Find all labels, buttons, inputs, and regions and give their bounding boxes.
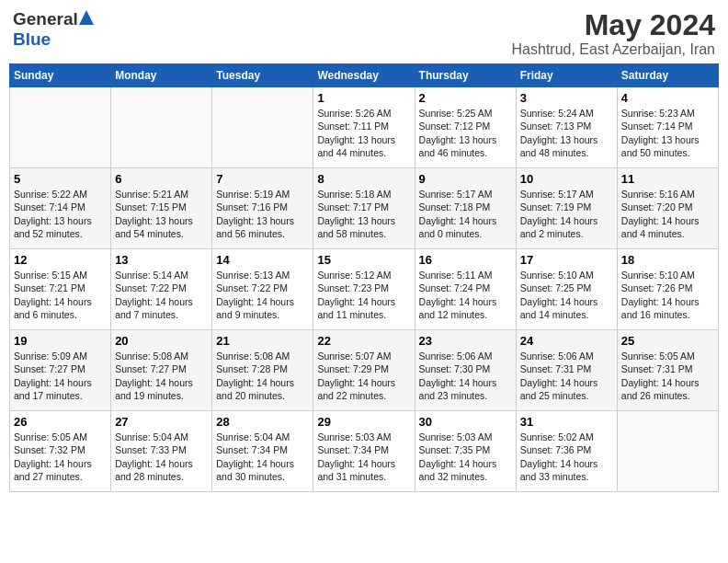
- day-info: Sunrise: 5:24 AMSunset: 7:13 PMDaylight:…: [520, 107, 613, 159]
- day-number: 18: [621, 253, 714, 267]
- week-row-1: 1Sunrise: 5:26 AMSunset: 7:11 PMDaylight…: [10, 87, 719, 168]
- calendar-cell: 28Sunrise: 5:04 AMSunset: 7:34 PMDayligh…: [212, 411, 313, 492]
- day-number: 8: [317, 172, 410, 186]
- weekday-header-tuesday: Tuesday: [212, 64, 313, 87]
- logo-triangle-icon: [78, 9, 95, 29]
- calendar-cell: 22Sunrise: 5:07 AMSunset: 7:29 PMDayligh…: [313, 330, 415, 411]
- day-info: Sunrise: 5:08 AMSunset: 7:27 PMDaylight:…: [115, 350, 208, 402]
- day-number: 14: [216, 253, 309, 267]
- day-info: Sunrise: 5:19 AMSunset: 7:16 PMDaylight:…: [216, 188, 309, 240]
- day-number: 13: [115, 253, 208, 267]
- day-number: 11: [621, 172, 714, 186]
- calendar-cell: 26Sunrise: 5:05 AMSunset: 7:32 PMDayligh…: [10, 411, 111, 492]
- day-number: 6: [115, 172, 208, 186]
- weekday-header-thursday: Thursday: [415, 64, 516, 87]
- calendar-cell: 9Sunrise: 5:17 AMSunset: 7:18 PMDaylight…: [415, 168, 516, 249]
- calendar-cell: 5Sunrise: 5:22 AMSunset: 7:14 PMDaylight…: [10, 168, 111, 249]
- calendar-cell: [111, 87, 212, 168]
- logo-general-text: General: [13, 9, 78, 29]
- day-number: 12: [14, 253, 107, 267]
- calendar-cell: 3Sunrise: 5:24 AMSunset: 7:13 PMDaylight…: [516, 87, 617, 168]
- calendar-cell: [212, 87, 313, 168]
- day-info: Sunrise: 5:23 AMSunset: 7:14 PMDaylight:…: [621, 107, 714, 159]
- svg-marker-0: [79, 10, 94, 25]
- day-info: Sunrise: 5:06 AMSunset: 7:31 PMDaylight:…: [520, 350, 613, 402]
- calendar-cell: 18Sunrise: 5:10 AMSunset: 7:26 PMDayligh…: [617, 249, 718, 330]
- day-info: Sunrise: 5:02 AMSunset: 7:36 PMDaylight:…: [520, 431, 613, 483]
- calendar-cell: 1Sunrise: 5:26 AMSunset: 7:11 PMDaylight…: [313, 87, 415, 168]
- location-title: Hashtrud, East Azerbaijan, Iran: [512, 41, 715, 58]
- day-number: 15: [317, 253, 410, 267]
- calendar-cell: 31Sunrise: 5:02 AMSunset: 7:36 PMDayligh…: [516, 411, 617, 492]
- calendar-cell: 4Sunrise: 5:23 AMSunset: 7:14 PMDaylight…: [617, 87, 718, 168]
- logo: General Blue: [13, 9, 95, 50]
- calendar-cell: 29Sunrise: 5:03 AMSunset: 7:34 PMDayligh…: [313, 411, 415, 492]
- day-info: Sunrise: 5:16 AMSunset: 7:20 PMDaylight:…: [621, 188, 714, 240]
- day-info: Sunrise: 5:11 AMSunset: 7:24 PMDaylight:…: [419, 269, 512, 321]
- calendar-cell: 7Sunrise: 5:19 AMSunset: 7:16 PMDaylight…: [212, 168, 313, 249]
- day-info: Sunrise: 5:18 AMSunset: 7:17 PMDaylight:…: [317, 188, 410, 240]
- weekday-header-wednesday: Wednesday: [313, 64, 415, 87]
- day-info: Sunrise: 5:03 AMSunset: 7:34 PMDaylight:…: [317, 431, 410, 483]
- day-info: Sunrise: 5:12 AMSunset: 7:23 PMDaylight:…: [317, 269, 410, 321]
- calendar-cell: 21Sunrise: 5:08 AMSunset: 7:28 PMDayligh…: [212, 330, 313, 411]
- weekday-header-friday: Friday: [516, 64, 617, 87]
- calendar-cell: 13Sunrise: 5:14 AMSunset: 7:22 PMDayligh…: [111, 249, 212, 330]
- day-number: 4: [621, 91, 714, 105]
- calendar-cell: 23Sunrise: 5:06 AMSunset: 7:30 PMDayligh…: [415, 330, 516, 411]
- day-info: Sunrise: 5:21 AMSunset: 7:15 PMDaylight:…: [115, 188, 208, 240]
- day-number: 29: [317, 415, 410, 429]
- day-info: Sunrise: 5:09 AMSunset: 7:27 PMDaylight:…: [14, 350, 107, 402]
- weekday-header-sunday: Sunday: [10, 64, 111, 87]
- day-info: Sunrise: 5:04 AMSunset: 7:34 PMDaylight:…: [216, 431, 309, 483]
- calendar-cell: 10Sunrise: 5:17 AMSunset: 7:19 PMDayligh…: [516, 168, 617, 249]
- day-number: 5: [14, 172, 107, 186]
- day-info: Sunrise: 5:22 AMSunset: 7:14 PMDaylight:…: [14, 188, 107, 240]
- day-info: Sunrise: 5:26 AMSunset: 7:11 PMDaylight:…: [317, 107, 410, 159]
- calendar-cell: 25Sunrise: 5:05 AMSunset: 7:31 PMDayligh…: [617, 330, 718, 411]
- calendar-cell: 19Sunrise: 5:09 AMSunset: 7:27 PMDayligh…: [10, 330, 111, 411]
- page-header: General Blue May 2024 Hashtrud, East Aze…: [9, 9, 719, 58]
- calendar-cell: 8Sunrise: 5:18 AMSunset: 7:17 PMDaylight…: [313, 168, 415, 249]
- day-info: Sunrise: 5:10 AMSunset: 7:26 PMDaylight:…: [621, 269, 714, 321]
- day-number: 23: [419, 334, 512, 348]
- calendar-cell: 30Sunrise: 5:03 AMSunset: 7:35 PMDayligh…: [415, 411, 516, 492]
- day-info: Sunrise: 5:07 AMSunset: 7:29 PMDaylight:…: [317, 350, 410, 402]
- calendar-cell: 24Sunrise: 5:06 AMSunset: 7:31 PMDayligh…: [516, 330, 617, 411]
- day-number: 28: [216, 415, 309, 429]
- day-number: 24: [520, 334, 613, 348]
- calendar-cell: 2Sunrise: 5:25 AMSunset: 7:12 PMDaylight…: [415, 87, 516, 168]
- week-row-3: 12Sunrise: 5:15 AMSunset: 7:21 PMDayligh…: [10, 249, 719, 330]
- weekday-header-row: SundayMondayTuesdayWednesdayThursdayFrid…: [10, 64, 719, 87]
- title-block: May 2024 Hashtrud, East Azerbaijan, Iran: [512, 9, 715, 58]
- calendar-cell: 14Sunrise: 5:13 AMSunset: 7:22 PMDayligh…: [212, 249, 313, 330]
- day-info: Sunrise: 5:06 AMSunset: 7:30 PMDaylight:…: [419, 350, 512, 402]
- calendar-cell: 15Sunrise: 5:12 AMSunset: 7:23 PMDayligh…: [313, 249, 415, 330]
- weekday-header-monday: Monday: [111, 64, 212, 87]
- day-info: Sunrise: 5:05 AMSunset: 7:32 PMDaylight:…: [14, 431, 107, 483]
- day-number: 7: [216, 172, 309, 186]
- day-info: Sunrise: 5:25 AMSunset: 7:12 PMDaylight:…: [419, 107, 512, 159]
- day-number: 25: [621, 334, 714, 348]
- day-number: 2: [419, 91, 512, 105]
- calendar-cell: [10, 87, 111, 168]
- calendar-cell: 12Sunrise: 5:15 AMSunset: 7:21 PMDayligh…: [10, 249, 111, 330]
- week-row-2: 5Sunrise: 5:22 AMSunset: 7:14 PMDaylight…: [10, 168, 719, 249]
- day-number: 26: [14, 415, 107, 429]
- day-number: 17: [520, 253, 613, 267]
- calendar-cell: 6Sunrise: 5:21 AMSunset: 7:15 PMDaylight…: [111, 168, 212, 249]
- calendar-cell: [617, 411, 718, 492]
- day-info: Sunrise: 5:15 AMSunset: 7:21 PMDaylight:…: [14, 269, 107, 321]
- week-row-4: 19Sunrise: 5:09 AMSunset: 7:27 PMDayligh…: [10, 330, 719, 411]
- logo-blue-text: Blue: [13, 29, 51, 49]
- day-number: 3: [520, 91, 613, 105]
- day-number: 27: [115, 415, 208, 429]
- day-number: 9: [419, 172, 512, 186]
- day-info: Sunrise: 5:05 AMSunset: 7:31 PMDaylight:…: [621, 350, 714, 402]
- day-info: Sunrise: 5:13 AMSunset: 7:22 PMDaylight:…: [216, 269, 309, 321]
- day-info: Sunrise: 5:17 AMSunset: 7:19 PMDaylight:…: [520, 188, 613, 240]
- day-number: 19: [14, 334, 107, 348]
- day-number: 10: [520, 172, 613, 186]
- month-title: May 2024: [512, 9, 715, 41]
- calendar-cell: 11Sunrise: 5:16 AMSunset: 7:20 PMDayligh…: [617, 168, 718, 249]
